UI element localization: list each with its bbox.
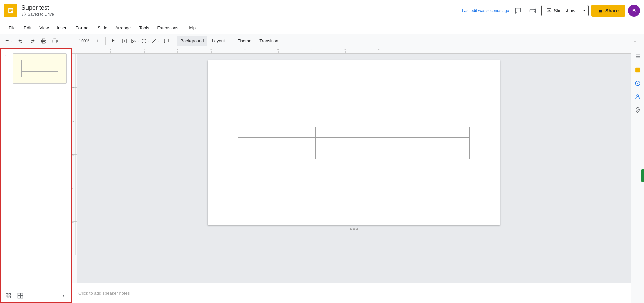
saved-status: Saved to Drive <box>21 12 54 17</box>
svg-rect-19 <box>9 296 11 298</box>
collapse-toolbar-button[interactable] <box>630 36 640 46</box>
zoom-out-button[interactable]: − <box>66 36 76 46</box>
image-button[interactable] <box>131 36 140 46</box>
toolbar: + − 100% + Background Layout <box>0 34 644 48</box>
svg-rect-18 <box>6 296 8 298</box>
svg-text:5: 5 <box>244 48 246 51</box>
toggle-panel-button[interactable] <box>59 291 68 300</box>
layout-button[interactable]: Layout <box>209 36 233 46</box>
background-button[interactable]: Background <box>177 36 207 46</box>
slide-thumb-table <box>21 60 58 77</box>
menu-edit[interactable]: Edit <box>20 24 35 32</box>
top-bar: Super test Saved to Drive Last edit was … <box>0 0 644 21</box>
svg-text:5: 5 <box>72 221 74 223</box>
last-edit-link[interactable]: Last edit was seconds ago <box>462 8 509 13</box>
right-panel <box>631 48 644 303</box>
table-cell[interactable] <box>392 138 470 148</box>
table-cell[interactable] <box>238 148 316 159</box>
right-panel-square-button[interactable] <box>632 64 643 75</box>
svg-text:6: 6 <box>277 48 279 51</box>
table-cell[interactable] <box>392 148 470 159</box>
speaker-notes[interactable]: Click to add speaker notes <box>72 283 631 303</box>
table-cell[interactable] <box>238 127 316 138</box>
comment-button[interactable] <box>161 36 171 46</box>
ruler-top: 1 2 3 4 5 6 7 8 9 <box>72 48 631 54</box>
title-area: Super test Saved to Drive <box>21 4 54 17</box>
text-box-button[interactable] <box>120 36 130 46</box>
right-panel-person-button[interactable] <box>632 91 643 102</box>
svg-rect-4 <box>530 9 534 12</box>
meet-button[interactable] <box>527 5 539 17</box>
line-button[interactable] <box>151 36 160 46</box>
menu-file[interactable]: File <box>5 24 19 32</box>
share-label: Share <box>605 8 619 13</box>
menu-arrange[interactable]: Arrange <box>112 24 134 32</box>
svg-rect-57 <box>635 68 640 72</box>
svg-rect-23 <box>21 296 23 298</box>
table-cell[interactable] <box>315 148 392 159</box>
slideshow-button[interactable]: Slideshow <box>542 5 580 16</box>
menu-extensions[interactable]: Extensions <box>154 24 182 32</box>
svg-rect-20 <box>18 293 20 295</box>
svg-text:2: 2 <box>143 48 145 51</box>
canvas-area: 1 2 3 4 5 6 7 8 9 <box>72 48 631 303</box>
paint-format-button[interactable] <box>50 36 60 46</box>
select-tool-button[interactable] <box>108 36 118 46</box>
menu-slide[interactable]: Slide <box>94 24 111 32</box>
slideshow-dropdown-button[interactable] <box>580 9 588 13</box>
table-cell[interactable] <box>238 138 316 148</box>
grid-view-small-button[interactable] <box>4 291 13 300</box>
main-area: 1 <box>0 48 644 303</box>
table-row <box>238 138 470 148</box>
top-bar-right: Last edit was seconds ago Slideshow Shar… <box>459 5 640 17</box>
table-cell[interactable] <box>315 127 392 138</box>
slide-thumbnail-1 <box>13 53 67 84</box>
right-panel-lines-button[interactable] <box>632 51 643 62</box>
transition-button[interactable]: Transition <box>256 36 282 46</box>
right-panel-pin-button[interactable] <box>632 105 643 116</box>
slide-canvas[interactable] <box>208 60 500 225</box>
layout-label: Layout <box>212 38 225 43</box>
user-avatar[interactable]: B <box>628 5 640 17</box>
canvas-scroll[interactable] <box>77 54 631 283</box>
table-row <box>238 148 470 159</box>
svg-text:8: 8 <box>344 48 346 51</box>
dot <box>350 228 352 230</box>
right-panel-check-button[interactable] <box>632 78 643 89</box>
slides-panel-bottom <box>1 289 71 302</box>
svg-point-60 <box>637 109 638 110</box>
theme-button[interactable]: Theme <box>234 36 255 46</box>
ruler-top-svg: 1 2 3 4 5 6 7 8 9 <box>77 48 631 53</box>
app-logo[interactable] <box>4 4 17 17</box>
menu-tools[interactable]: Tools <box>136 24 152 32</box>
menu-format[interactable]: Format <box>72 24 93 32</box>
menu-help[interactable]: Help <box>183 24 199 32</box>
zoom-percent[interactable]: 100% <box>77 36 92 46</box>
slide-item-1[interactable]: 1 <box>4 52 68 85</box>
doc-title[interactable]: Super test <box>21 4 54 11</box>
shapes-button[interactable] <box>141 36 150 46</box>
toolbar-sep-1 <box>63 37 63 45</box>
add-slide-button[interactable]: + <box>4 36 14 46</box>
print-button[interactable] <box>39 36 49 46</box>
toolbar-collapse <box>630 36 640 46</box>
zoom-in-button[interactable]: + <box>93 36 103 46</box>
redo-button[interactable] <box>27 36 37 46</box>
slides-panel: 1 <box>0 48 72 303</box>
table-cell[interactable] <box>392 127 470 138</box>
slide-table[interactable] <box>238 127 470 159</box>
menu-view[interactable]: View <box>36 24 52 32</box>
share-button[interactable]: Share <box>591 5 625 17</box>
right-panel-green-tab[interactable] <box>641 169 644 182</box>
grid-view-large-button[interactable] <box>16 291 25 300</box>
comments-button[interactable] <box>512 5 524 17</box>
svg-rect-3 <box>9 11 11 11</box>
table-cell[interactable] <box>315 138 392 148</box>
svg-point-59 <box>637 95 639 97</box>
undo-button[interactable] <box>16 36 26 46</box>
saved-status-text: Saved to Drive <box>28 12 54 17</box>
svg-text:3: 3 <box>177 48 178 51</box>
menu-insert[interactable]: Insert <box>53 24 71 32</box>
svg-text:4: 4 <box>210 48 212 51</box>
ruler-left-svg: 1 2 3 4 5 <box>72 54 77 255</box>
